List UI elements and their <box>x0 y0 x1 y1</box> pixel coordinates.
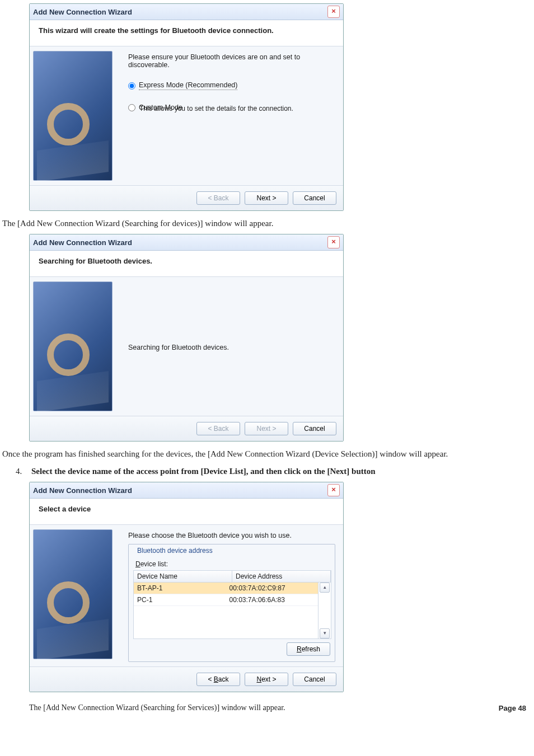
radio-express-mode[interactable]: Express Mode (Recommended) <box>128 81 335 90</box>
table-row[interactable]: PC-1 00:03:7A:06:6A:83 <box>134 594 318 606</box>
cancel-button[interactable]: Cancel <box>293 673 336 686</box>
scroll-up-icon[interactable]: ▴ <box>320 583 330 593</box>
cell-device-name: BT-AP-1 <box>134 583 226 594</box>
titlebar: Add New Connection Wizard × <box>30 482 343 499</box>
close-icon[interactable]: × <box>327 484 340 496</box>
device-list-label: Device list: <box>135 560 330 568</box>
narration-3: The [Add New Connection Wizard (Searchin… <box>29 703 285 712</box>
step-4: 4. Select the device name of the access … <box>16 467 532 476</box>
wizard-header: This wizard will create the settings for… <box>30 20 343 46</box>
wizard-header: Searching for Bluetooth devices. <box>30 251 343 277</box>
group-title: Bluetooth device address <box>135 547 214 555</box>
scrollbar[interactable]: ▴ ▾ <box>318 583 331 638</box>
select-intro: Please choose the Bluetooth device you w… <box>128 532 335 539</box>
window-title: Add New Connection Wizard <box>33 486 132 495</box>
back-button: < Back <box>196 191 240 205</box>
wizard-header-text: Select a device <box>39 505 91 513</box>
wizard-header-text: Searching for Bluetooth devices. <box>39 257 152 265</box>
cell-device-name: PC-1 <box>134 594 226 605</box>
col-device-name: Device Name <box>134 571 232 582</box>
list-rows: BT-AP-1 00:03:7A:02:C9:87 PC-1 00:03:7A:… <box>134 583 318 638</box>
cancel-button[interactable]: Cancel <box>293 422 336 435</box>
wizard-illustration <box>30 525 120 666</box>
wizard-header: Select a device <box>30 499 343 525</box>
close-icon[interactable]: × <box>327 236 340 248</box>
page-number: Page 48 <box>499 704 526 712</box>
col-device-address: Device Address <box>232 571 331 582</box>
wizard-illustration <box>30 277 120 416</box>
titlebar: Add New Connection Wizard × <box>30 4 343 20</box>
table-row[interactable]: BT-AP-1 00:03:7A:02:C9:87 <box>134 583 318 594</box>
button-bar: < Back Next > Cancel <box>30 185 343 210</box>
cell-device-address: 00:03:7A:02:C9:87 <box>226 583 318 594</box>
step-text: Select the device name of the access poi… <box>31 467 376 476</box>
device-list[interactable]: Device Name Device Address BT-AP-1 00:03… <box>133 570 331 639</box>
narration-2: Once the program has finished searching … <box>2 449 532 459</box>
back-button[interactable]: < Back <box>196 673 240 686</box>
radio-custom-input[interactable] <box>128 104 135 111</box>
next-button[interactable]: Next > <box>245 673 288 686</box>
wizard-dialog-select-device: Add New Connection Wizard × Select a dev… <box>29 482 344 692</box>
radio-express-label: Express Mode (Recommended) <box>139 81 237 90</box>
window-title: Add New Connection Wizard <box>33 8 132 16</box>
wizard-illustration <box>30 46 120 185</box>
device-address-group: Bluetooth device address Device list: De… <box>128 544 335 662</box>
intro-text: Please ensure your Bluetooth devices are… <box>128 53 335 69</box>
radio-express-input[interactable] <box>128 82 135 90</box>
cancel-button[interactable]: Cancel <box>293 191 336 205</box>
wizard-dialog-settings: Add New Connection Wizard × This wizard … <box>29 3 344 211</box>
back-button: < Back <box>196 422 240 435</box>
custom-mode-description: This allows you to set the details for t… <box>139 105 335 112</box>
button-bar: < Back Next > Cancel <box>30 666 343 692</box>
list-header: Device Name Device Address <box>134 571 331 583</box>
narration-1: The [Add New Connection Wizard (Searchin… <box>2 219 532 228</box>
next-button[interactable]: Next > <box>245 191 288 205</box>
close-icon[interactable]: × <box>327 6 340 18</box>
cell-device-address: 00:03:7A:06:6A:83 <box>226 594 318 605</box>
wizard-dialog-searching: Add New Connection Wizard × Searching fo… <box>29 234 344 442</box>
scroll-down-icon[interactable]: ▾ <box>320 628 330 638</box>
window-title: Add New Connection Wizard <box>33 238 132 247</box>
wizard-header-text: This wizard will create the settings for… <box>39 26 274 35</box>
refresh-button[interactable]: Refresh <box>287 642 330 656</box>
titlebar: Add New Connection Wizard × <box>30 234 343 251</box>
step-number: 4. <box>16 467 31 476</box>
searching-text: Searching for Bluetooth devices. <box>128 344 229 351</box>
next-button: Next > <box>245 422 288 435</box>
button-bar: < Back Next > Cancel <box>30 416 343 441</box>
